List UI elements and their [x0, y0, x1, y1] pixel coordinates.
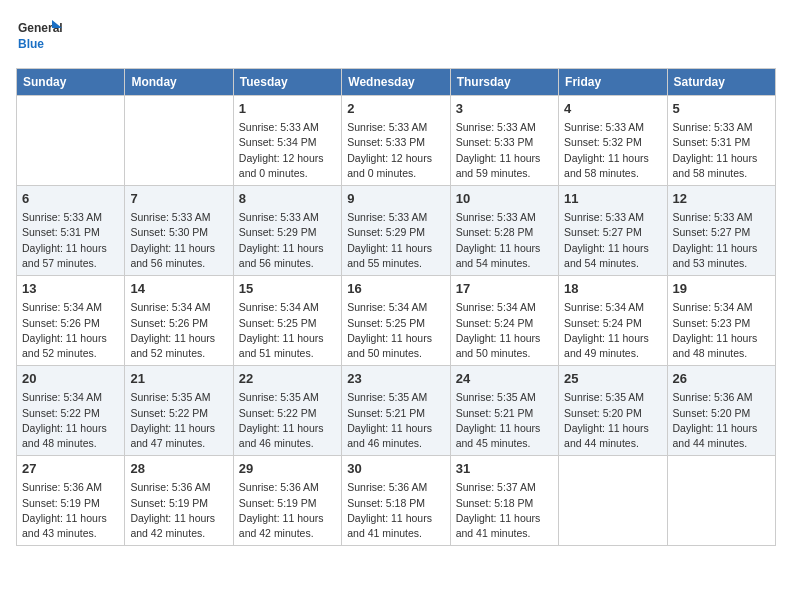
day-number: 30: [347, 460, 444, 478]
day-info: Sunrise: 5:34 AMSunset: 5:26 PMDaylight:…: [130, 300, 227, 361]
day-number: 31: [456, 460, 553, 478]
weekday-header-thursday: Thursday: [450, 69, 558, 96]
day-number: 2: [347, 100, 444, 118]
calendar-cell: 28Sunrise: 5:36 AMSunset: 5:19 PMDayligh…: [125, 456, 233, 546]
calendar-cell: 3Sunrise: 5:33 AMSunset: 5:33 PMDaylight…: [450, 96, 558, 186]
weekday-header-sunday: Sunday: [17, 69, 125, 96]
day-info: Sunrise: 5:34 AMSunset: 5:23 PMDaylight:…: [673, 300, 770, 361]
calendar-cell: 25Sunrise: 5:35 AMSunset: 5:20 PMDayligh…: [559, 366, 667, 456]
calendar-cell: 24Sunrise: 5:35 AMSunset: 5:21 PMDayligh…: [450, 366, 558, 456]
day-number: 6: [22, 190, 119, 208]
calendar-cell: [125, 96, 233, 186]
day-number: 7: [130, 190, 227, 208]
calendar-cell: 20Sunrise: 5:34 AMSunset: 5:22 PMDayligh…: [17, 366, 125, 456]
header: General Blue: [16, 16, 776, 56]
calendar-week-row: 27Sunrise: 5:36 AMSunset: 5:19 PMDayligh…: [17, 456, 776, 546]
day-number: 18: [564, 280, 661, 298]
day-number: 21: [130, 370, 227, 388]
day-info: Sunrise: 5:33 AMSunset: 5:31 PMDaylight:…: [673, 120, 770, 181]
weekday-header-wednesday: Wednesday: [342, 69, 450, 96]
day-info: Sunrise: 5:35 AMSunset: 5:20 PMDaylight:…: [564, 390, 661, 451]
day-info: Sunrise: 5:35 AMSunset: 5:22 PMDaylight:…: [239, 390, 336, 451]
day-number: 5: [673, 100, 770, 118]
day-number: 25: [564, 370, 661, 388]
day-number: 9: [347, 190, 444, 208]
calendar-cell: 14Sunrise: 5:34 AMSunset: 5:26 PMDayligh…: [125, 276, 233, 366]
day-info: Sunrise: 5:34 AMSunset: 5:24 PMDaylight:…: [456, 300, 553, 361]
day-number: 28: [130, 460, 227, 478]
day-info: Sunrise: 5:33 AMSunset: 5:27 PMDaylight:…: [673, 210, 770, 271]
calendar-cell: 27Sunrise: 5:36 AMSunset: 5:19 PMDayligh…: [17, 456, 125, 546]
day-number: 1: [239, 100, 336, 118]
calendar-cell: 19Sunrise: 5:34 AMSunset: 5:23 PMDayligh…: [667, 276, 775, 366]
calendar-cell: 13Sunrise: 5:34 AMSunset: 5:26 PMDayligh…: [17, 276, 125, 366]
calendar-cell: 10Sunrise: 5:33 AMSunset: 5:28 PMDayligh…: [450, 186, 558, 276]
day-number: 4: [564, 100, 661, 118]
svg-text:Blue: Blue: [18, 37, 44, 51]
day-info: Sunrise: 5:35 AMSunset: 5:21 PMDaylight:…: [347, 390, 444, 451]
calendar-cell: 22Sunrise: 5:35 AMSunset: 5:22 PMDayligh…: [233, 366, 341, 456]
calendar-cell: 31Sunrise: 5:37 AMSunset: 5:18 PMDayligh…: [450, 456, 558, 546]
day-info: Sunrise: 5:33 AMSunset: 5:32 PMDaylight:…: [564, 120, 661, 181]
day-info: Sunrise: 5:33 AMSunset: 5:29 PMDaylight:…: [239, 210, 336, 271]
calendar-week-row: 1Sunrise: 5:33 AMSunset: 5:34 PMDaylight…: [17, 96, 776, 186]
calendar-cell: 2Sunrise: 5:33 AMSunset: 5:33 PMDaylight…: [342, 96, 450, 186]
calendar-cell: 11Sunrise: 5:33 AMSunset: 5:27 PMDayligh…: [559, 186, 667, 276]
day-number: 13: [22, 280, 119, 298]
calendar-cell: 7Sunrise: 5:33 AMSunset: 5:30 PMDaylight…: [125, 186, 233, 276]
day-info: Sunrise: 5:35 AMSunset: 5:21 PMDaylight:…: [456, 390, 553, 451]
calendar-cell: [559, 456, 667, 546]
day-number: 3: [456, 100, 553, 118]
calendar-cell: 6Sunrise: 5:33 AMSunset: 5:31 PMDaylight…: [17, 186, 125, 276]
day-info: Sunrise: 5:36 AMSunset: 5:19 PMDaylight:…: [239, 480, 336, 541]
calendar-cell: 23Sunrise: 5:35 AMSunset: 5:21 PMDayligh…: [342, 366, 450, 456]
day-info: Sunrise: 5:34 AMSunset: 5:26 PMDaylight:…: [22, 300, 119, 361]
calendar-cell: 9Sunrise: 5:33 AMSunset: 5:29 PMDaylight…: [342, 186, 450, 276]
calendar-week-row: 13Sunrise: 5:34 AMSunset: 5:26 PMDayligh…: [17, 276, 776, 366]
day-number: 27: [22, 460, 119, 478]
day-info: Sunrise: 5:36 AMSunset: 5:19 PMDaylight:…: [130, 480, 227, 541]
day-number: 29: [239, 460, 336, 478]
day-info: Sunrise: 5:36 AMSunset: 5:20 PMDaylight:…: [673, 390, 770, 451]
calendar-week-row: 20Sunrise: 5:34 AMSunset: 5:22 PMDayligh…: [17, 366, 776, 456]
calendar-cell: 17Sunrise: 5:34 AMSunset: 5:24 PMDayligh…: [450, 276, 558, 366]
logo: General Blue: [16, 16, 64, 56]
day-info: Sunrise: 5:33 AMSunset: 5:33 PMDaylight:…: [347, 120, 444, 181]
day-info: Sunrise: 5:34 AMSunset: 5:25 PMDaylight:…: [347, 300, 444, 361]
logo-svg: General Blue: [16, 16, 64, 56]
day-info: Sunrise: 5:33 AMSunset: 5:27 PMDaylight:…: [564, 210, 661, 271]
calendar-cell: 26Sunrise: 5:36 AMSunset: 5:20 PMDayligh…: [667, 366, 775, 456]
day-info: Sunrise: 5:34 AMSunset: 5:25 PMDaylight:…: [239, 300, 336, 361]
calendar-cell: [17, 96, 125, 186]
day-info: Sunrise: 5:37 AMSunset: 5:18 PMDaylight:…: [456, 480, 553, 541]
weekday-header-monday: Monday: [125, 69, 233, 96]
day-info: Sunrise: 5:36 AMSunset: 5:19 PMDaylight:…: [22, 480, 119, 541]
calendar-cell: 1Sunrise: 5:33 AMSunset: 5:34 PMDaylight…: [233, 96, 341, 186]
day-number: 17: [456, 280, 553, 298]
day-info: Sunrise: 5:33 AMSunset: 5:29 PMDaylight:…: [347, 210, 444, 271]
calendar-cell: 16Sunrise: 5:34 AMSunset: 5:25 PMDayligh…: [342, 276, 450, 366]
weekday-header-tuesday: Tuesday: [233, 69, 341, 96]
calendar-cell: 21Sunrise: 5:35 AMSunset: 5:22 PMDayligh…: [125, 366, 233, 456]
day-number: 15: [239, 280, 336, 298]
day-info: Sunrise: 5:36 AMSunset: 5:18 PMDaylight:…: [347, 480, 444, 541]
day-info: Sunrise: 5:34 AMSunset: 5:24 PMDaylight:…: [564, 300, 661, 361]
day-info: Sunrise: 5:33 AMSunset: 5:30 PMDaylight:…: [130, 210, 227, 271]
weekday-header-row: SundayMondayTuesdayWednesdayThursdayFrid…: [17, 69, 776, 96]
day-number: 12: [673, 190, 770, 208]
calendar-cell: 5Sunrise: 5:33 AMSunset: 5:31 PMDaylight…: [667, 96, 775, 186]
day-info: Sunrise: 5:34 AMSunset: 5:22 PMDaylight:…: [22, 390, 119, 451]
day-info: Sunrise: 5:33 AMSunset: 5:33 PMDaylight:…: [456, 120, 553, 181]
day-number: 20: [22, 370, 119, 388]
calendar-cell: 15Sunrise: 5:34 AMSunset: 5:25 PMDayligh…: [233, 276, 341, 366]
calendar-cell: 30Sunrise: 5:36 AMSunset: 5:18 PMDayligh…: [342, 456, 450, 546]
day-number: 23: [347, 370, 444, 388]
day-number: 16: [347, 280, 444, 298]
calendar-week-row: 6Sunrise: 5:33 AMSunset: 5:31 PMDaylight…: [17, 186, 776, 276]
weekday-header-saturday: Saturday: [667, 69, 775, 96]
day-number: 19: [673, 280, 770, 298]
calendar-cell: 12Sunrise: 5:33 AMSunset: 5:27 PMDayligh…: [667, 186, 775, 276]
day-number: 11: [564, 190, 661, 208]
calendar-cell: 29Sunrise: 5:36 AMSunset: 5:19 PMDayligh…: [233, 456, 341, 546]
day-info: Sunrise: 5:33 AMSunset: 5:34 PMDaylight:…: [239, 120, 336, 181]
